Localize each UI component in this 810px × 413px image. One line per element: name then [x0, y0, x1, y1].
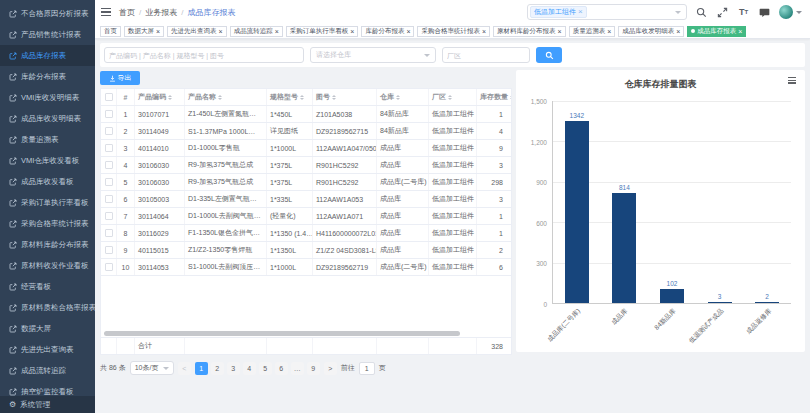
bar[interactable] [660, 289, 684, 303]
close-icon[interactable]: × [406, 28, 410, 35]
column-header[interactable]: 产品名称 [188, 92, 216, 102]
sidebar-footer-settings[interactable]: ⚙ 系统管理 [0, 396, 95, 413]
sidebar-item[interactable]: 抽空炉监控看板 [0, 381, 95, 396]
export-button[interactable]: 导出 [100, 71, 140, 85]
column-header[interactable]: 规格型号 [270, 92, 298, 102]
row-checkbox[interactable] [105, 127, 113, 135]
tab[interactable]: 数据大屏× [124, 26, 164, 37]
tab[interactable]: 先进先出查询表× [167, 26, 227, 37]
close-icon[interactable]: × [676, 28, 680, 35]
sidebar-item[interactable]: 库龄分布报表 [0, 66, 95, 87]
bar[interactable] [755, 302, 779, 303]
sort-icon[interactable] [396, 93, 400, 102]
pagination-page-button[interactable]: 4 [243, 362, 256, 375]
sort-icon[interactable] [448, 93, 452, 102]
table-row[interactable]: 430106030R9-加氢375气瓶总成1*375LR901HC5292成品库… [101, 157, 511, 174]
sidebar-item[interactable]: 产品销售统计报表 [0, 24, 95, 45]
horizontal-scrollbar[interactable] [104, 331, 508, 336]
column-header[interactable]: 厂区 [432, 92, 446, 102]
close-icon[interactable]: × [738, 28, 742, 35]
pagination-prev-button[interactable]: < [178, 362, 191, 375]
tab[interactable]: 采购订单执行率看板× [286, 26, 359, 37]
column-header[interactable]: 库存数量 [480, 92, 508, 102]
search-button[interactable] [536, 47, 562, 63]
tab[interactable]: 成品库收发明细表× [618, 26, 684, 37]
bar[interactable] [708, 302, 732, 303]
sort-icon[interactable] [332, 93, 336, 102]
close-icon[interactable]: × [607, 28, 611, 35]
breadcrumb-home[interactable]: 首页 [119, 7, 135, 18]
row-checkbox[interactable] [105, 195, 113, 203]
column-header[interactable]: 图号 [316, 92, 330, 102]
sidebar-toggle-icon[interactable] [101, 8, 111, 17]
table-row[interactable]: 130107071Z1-450L左侧置氮瓶…1*450LZ101A503884新… [101, 106, 511, 123]
row-checkbox[interactable] [105, 263, 113, 271]
tab[interactable]: 质量追溯表× [569, 26, 616, 37]
table-row[interactable]: 530106030R9-加氢375气瓶总成1*375LR901HC5292成品库… [101, 174, 511, 191]
tab[interactable]: 成品库存报表× [687, 26, 746, 37]
message-icon[interactable] [758, 6, 771, 19]
close-icon[interactable]: × [156, 28, 160, 35]
row-checkbox[interactable] [105, 212, 113, 220]
sidebar-item[interactable]: 先进先出查询表 [0, 339, 95, 360]
search-icon[interactable] [695, 6, 708, 19]
pagination-page-button[interactable]: 9 [307, 362, 320, 375]
sidebar-item[interactable]: VMI仓库收发看板 [0, 150, 95, 171]
select-all-checkbox[interactable] [105, 93, 113, 101]
user-menu[interactable] [779, 5, 802, 19]
org-select[interactable]: 低温加工组件 × [527, 4, 687, 20]
tab[interactable]: 采购合格率统计报表× [417, 26, 490, 37]
sidebar-item[interactable]: 成品库收发看板 [0, 171, 95, 192]
sidebar-item[interactable]: 数据大屏 [0, 318, 95, 339]
sort-icon[interactable] [218, 93, 222, 102]
table-row[interactable]: 230114049S1-1.37MPa 1000L…详见图纸DZ92189562… [101, 123, 511, 140]
pagination-page-button[interactable]: 6 [275, 362, 288, 375]
pagination-page-button[interactable]: 1 [195, 362, 208, 375]
sidebar-item[interactable]: 原材料质检合格率报表 [0, 297, 95, 318]
sidebar-item[interactable]: 经营看板 [0, 276, 95, 297]
pagination-page-button[interactable]: … [291, 362, 304, 375]
column-header[interactable]: 仓库 [380, 92, 394, 102]
row-checkbox[interactable] [105, 178, 113, 186]
pagination-page-button[interactable]: 5 [259, 362, 272, 375]
fullscreen-icon[interactable] [716, 6, 729, 19]
sidebar-item[interactable]: 采购订单执行率看板 [0, 192, 95, 213]
tab[interactable]: 首页 [100, 26, 121, 37]
tab[interactable]: 成品流转追踪× [230, 26, 283, 37]
sidebar-item[interactable]: 成品库存报表 [0, 45, 95, 66]
bar[interactable] [565, 121, 589, 303]
table-row[interactable]: 1030114053S1-1000L去副阀顶压…1*1000LDZ9218956… [101, 259, 511, 276]
table-row[interactable]: 940115015Z1/Z2-1350零售焊瓶1*1350LZ1/Z2 04SD… [101, 242, 511, 259]
factory-input[interactable] [442, 47, 530, 63]
table-row[interactable]: 630105003D1-335L左侧置气瓶…1*335L112AAW1A053成… [101, 191, 511, 208]
close-icon[interactable]: × [275, 28, 279, 35]
font-size-icon[interactable]: TT [737, 6, 750, 19]
keyword-input[interactable] [104, 47, 304, 63]
sidebar-item[interactable]: 不合格原因分析报表 [0, 3, 95, 24]
row-checkbox[interactable] [105, 229, 113, 237]
tab[interactable]: 原材料库龄分布报表× [493, 26, 566, 37]
sort-icon[interactable] [168, 93, 172, 102]
sidebar-item[interactable]: 原材料收发作业看板 [0, 255, 95, 276]
close-icon[interactable]: × [558, 28, 562, 35]
sidebar-item[interactable]: 成品库收发明细表 [0, 108, 95, 129]
sort-icon[interactable] [300, 93, 304, 102]
table-row[interactable]: 340114010D1-1000L零售瓶1*1000L112AAW1A047/0… [101, 140, 511, 157]
warehouse-select[interactable]: 请选择仓库 [310, 47, 436, 63]
column-header[interactable]: 产品编码 [138, 92, 166, 102]
scrollbar-thumb[interactable] [104, 331, 460, 336]
sidebar-item[interactable]: 原材料库龄分布报表 [0, 234, 95, 255]
pagination-page-button[interactable]: 2 [211, 362, 224, 375]
close-icon[interactable]: × [350, 28, 354, 35]
close-icon[interactable]: × [482, 28, 486, 35]
tab[interactable]: 库龄分布报表× [361, 26, 414, 37]
tag-close-icon[interactable]: × [578, 8, 583, 16]
column-header[interactable]: # [124, 94, 128, 101]
row-checkbox[interactable] [105, 144, 113, 152]
pagination-page-button[interactable]: 3 [227, 362, 240, 375]
sort-icon[interactable] [510, 93, 511, 102]
sidebar-item[interactable]: 成品流转追踪 [0, 360, 95, 381]
sidebar-item[interactable]: 采购合格率统计报表 [0, 213, 95, 234]
chart-menu-icon[interactable] [788, 77, 796, 84]
sidebar-item[interactable]: 质量追溯表 [0, 129, 95, 150]
